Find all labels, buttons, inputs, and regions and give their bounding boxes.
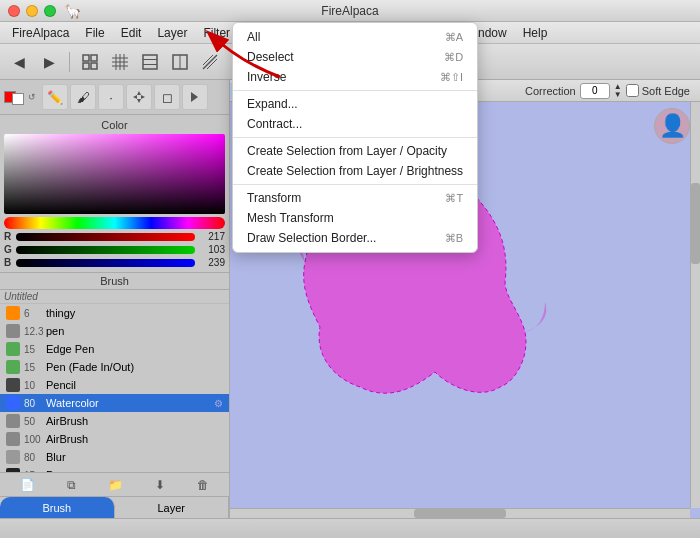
toolbar-fwd[interactable]: ▶	[36, 49, 62, 75]
b-value: 239	[197, 257, 225, 268]
menu-item-expand[interactable]: Expand...	[233, 94, 477, 114]
select-dropdown-menu: All ⌘A Deselect ⌘D Inverse ⌘⇧I Expand...…	[232, 22, 478, 253]
tool-brush[interactable]: 🖌	[70, 84, 96, 110]
tool-shape[interactable]: ◻	[154, 84, 180, 110]
canvas-correction: Correction ▲ ▼ Soft Edge	[515, 83, 700, 99]
correction-input[interactable]	[580, 83, 610, 99]
menu-item-transform[interactable]: Transform ⌘T	[233, 188, 477, 208]
brush-item-pen[interactable]: 12.3 pen	[0, 322, 229, 340]
brush-item-blur[interactable]: 80 Blur	[0, 448, 229, 466]
brush-item-airbrush1[interactable]: 50 AirBrush	[0, 412, 229, 430]
brush-swatch	[6, 360, 20, 374]
left-panel: ↺ ✏️ 🖌 · ◻ Color R	[0, 80, 230, 518]
brush-list: 6 thingy 12.3 pen 15 Edge Pen 15 Pen (Fa…	[0, 304, 229, 472]
svg-rect-3	[91, 63, 97, 69]
soft-edge-toggle[interactable]: Soft Edge	[626, 84, 690, 97]
duplicate-icon[interactable]: ⧉	[67, 478, 76, 492]
brush-item-airbrush2[interactable]: 100 AirBrush	[0, 430, 229, 448]
brush-swatch	[6, 450, 20, 464]
tool-dot[interactable]: ·	[98, 84, 124, 110]
panel-tabs: Brush Layer	[0, 496, 229, 518]
r-slider[interactable]	[16, 233, 195, 241]
brush-swatch	[6, 396, 20, 410]
g-value: 103	[197, 244, 225, 255]
tool-hatch[interactable]	[107, 49, 133, 75]
menu-layer[interactable]: Layer	[149, 24, 195, 42]
svg-marker-22	[137, 91, 141, 95]
menu-item-sel-brightness[interactable]: Create Selection from Layer / Brightness	[233, 161, 477, 181]
brush-item-pen-fade[interactable]: 15 Pen (Fade In/Out)	[0, 358, 229, 376]
tab-layer[interactable]: Layer	[115, 497, 230, 518]
tool-grid3[interactable]	[137, 49, 163, 75]
avatar: 👤	[654, 108, 690, 144]
color-section: Color R 217 G 103 B 239	[0, 115, 229, 273]
g-slider[interactable]	[16, 246, 195, 254]
delete-icon[interactable]: 🗑	[197, 478, 209, 492]
menu-item-draw-border[interactable]: Draw Selection Border... ⌘B	[233, 228, 477, 248]
menu-help[interactable]: Help	[515, 24, 556, 42]
svg-rect-0	[83, 55, 89, 61]
tool-grid1[interactable]	[77, 49, 103, 75]
b-label: B	[4, 257, 14, 268]
tool-diag[interactable]	[197, 49, 223, 75]
svg-line-15	[203, 55, 217, 69]
brush-swatch	[6, 342, 20, 356]
tools-area: ↺ ✏️ 🖌 · ◻	[0, 80, 229, 115]
app-title: FireAlpaca	[321, 4, 378, 18]
tool-pen[interactable]: ✏️	[42, 84, 68, 110]
brush-item-edge-pen[interactable]: 15 Edge Pen	[0, 340, 229, 358]
brush-name-row: Untitled	[0, 290, 229, 304]
menu-item-all[interactable]: All ⌘A	[233, 27, 477, 47]
add-layer-icon[interactable]: 📄	[20, 478, 35, 492]
menu-item-contract[interactable]: Contract...	[233, 114, 477, 134]
r-label: R	[4, 231, 14, 242]
bottom-icons: 📄 ⧉ 📁 ⬇ 🗑	[0, 472, 229, 496]
scrollbar-vertical[interactable]	[690, 102, 700, 508]
tool-fill[interactable]	[182, 84, 208, 110]
scrollbar-v-thumb[interactable]	[691, 183, 700, 264]
menu-file[interactable]: File	[77, 24, 112, 42]
soft-edge-label: Soft Edge	[642, 85, 690, 97]
minimize-button[interactable]	[26, 5, 38, 17]
menu-edit[interactable]: Edit	[113, 24, 150, 42]
brush-item-watercolor[interactable]: 80 Watercolor ⚙	[0, 394, 229, 412]
menu-item-mesh-transform[interactable]: Mesh Transform	[233, 208, 477, 228]
hue-slider[interactable]	[4, 217, 225, 229]
color-header: Color	[4, 119, 225, 131]
tool-grid4[interactable]	[167, 49, 193, 75]
svg-rect-2	[83, 63, 89, 69]
brush-swatch	[6, 324, 20, 338]
scrollbar-h-thumb[interactable]	[414, 509, 506, 518]
toolbar-back[interactable]: ◀	[6, 49, 32, 75]
svg-marker-23	[137, 99, 141, 103]
brush-item-thingy[interactable]: 6 thingy	[0, 304, 229, 322]
brush-swatch	[6, 378, 20, 392]
scrollbar-horizontal[interactable]	[230, 508, 690, 518]
close-button[interactable]	[8, 5, 20, 17]
correction-down[interactable]: ▼	[614, 91, 622, 99]
brush-item-pencil[interactable]: 10 Pencil	[0, 376, 229, 394]
titlebar: 🦙 FireAlpaca	[0, 0, 700, 22]
correction-label: Correction	[525, 85, 576, 97]
maximize-button[interactable]	[44, 5, 56, 17]
color-picker[interactable]	[4, 134, 225, 214]
svg-rect-1	[91, 55, 97, 61]
menu-firealpaca[interactable]: FireAlpaca	[4, 24, 77, 42]
menu-item-inverse[interactable]: Inverse ⌘⇧I	[233, 67, 477, 87]
menu-item-sel-opacity[interactable]: Create Selection from Layer / Opacity	[233, 141, 477, 161]
brush-swatch	[6, 432, 20, 446]
statusbar	[0, 518, 700, 538]
soft-edge-checkbox[interactable]	[626, 84, 639, 97]
window-controls	[8, 5, 56, 17]
folder-icon[interactable]: 📁	[108, 478, 123, 492]
background-color[interactable]	[12, 93, 24, 105]
download-icon[interactable]: ⬇	[155, 478, 165, 492]
b-slider[interactable]	[16, 259, 195, 267]
menu-item-deselect[interactable]: Deselect ⌘D	[233, 47, 477, 67]
g-label: G	[4, 244, 14, 255]
tab-brush[interactable]: Brush	[0, 497, 115, 518]
brush-swatch	[6, 306, 20, 320]
tool-move[interactable]	[126, 84, 152, 110]
r-value: 217	[197, 231, 225, 242]
brush-settings-icon[interactable]: ⚙	[214, 398, 223, 409]
